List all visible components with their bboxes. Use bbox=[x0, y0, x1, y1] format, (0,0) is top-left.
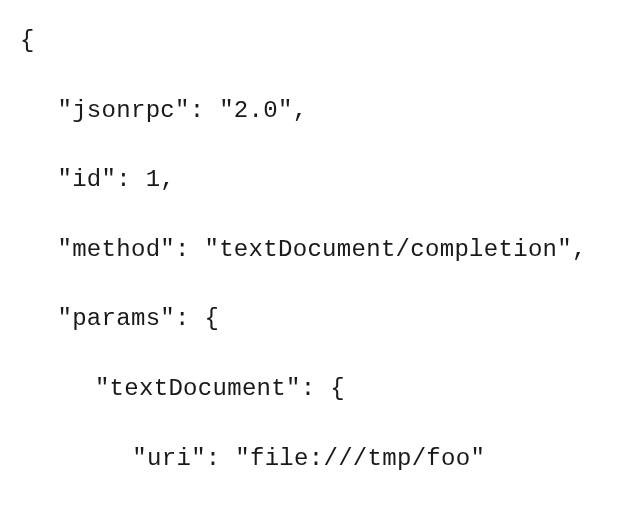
code-line: "textDocument": { bbox=[20, 372, 623, 407]
code-line: { bbox=[20, 24, 623, 59]
code-block: { "jsonrpc": "2.0", "id": 1, "method": "… bbox=[20, 24, 623, 506]
code-line: "jsonrpc": "2.0", bbox=[20, 94, 623, 129]
code-line: "params": { bbox=[20, 302, 623, 337]
code-line: "method": "textDocument/completion", bbox=[20, 233, 623, 268]
code-line: "uri": "file:///tmp/foo" bbox=[20, 442, 623, 477]
code-line: "id": 1, bbox=[20, 163, 623, 198]
